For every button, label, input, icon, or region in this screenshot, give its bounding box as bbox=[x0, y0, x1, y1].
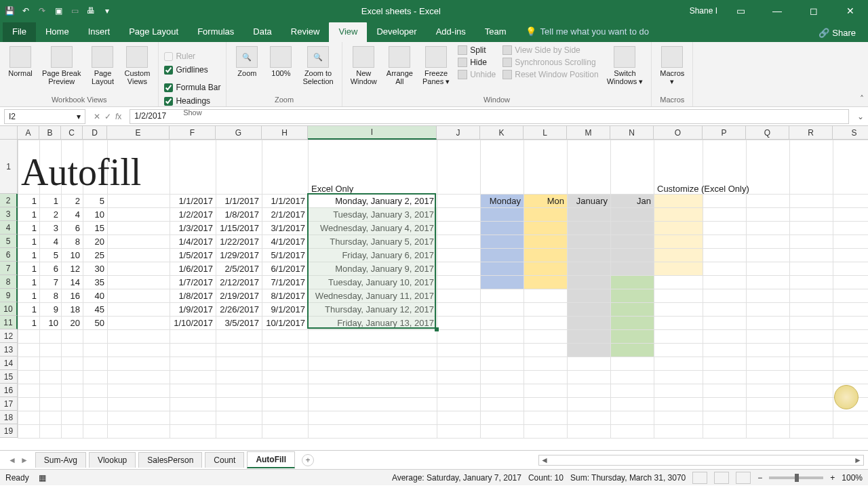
page-break-preview-button[interactable]: Page Break Preview bbox=[39, 45, 83, 87]
row-header-6[interactable]: 6 bbox=[0, 248, 18, 262]
row-header-16[interactable]: 16 bbox=[0, 384, 18, 397]
tell-me-search[interactable]: 💡 Tell me what you want to do bbox=[516, 22, 658, 42]
row-headers[interactable]: 12345678910111213141516171819 bbox=[0, 140, 18, 438]
tab-addins[interactable]: Add-ins bbox=[427, 22, 475, 42]
undo-icon[interactable]: ↶ bbox=[20, 5, 31, 16]
row-header-9[interactable]: 9 bbox=[0, 289, 18, 302]
touch-icon[interactable]: ▭ bbox=[69, 5, 80, 16]
pagelayout-view-status-button[interactable] bbox=[714, 472, 729, 484]
tab-team[interactable]: Team bbox=[475, 22, 516, 42]
row-header-2[interactable]: 2 bbox=[0, 194, 18, 207]
col-header-B[interactable]: B bbox=[39, 126, 61, 140]
row-header-18[interactable]: 18 bbox=[0, 411, 18, 424]
col-header-R[interactable]: R bbox=[789, 126, 833, 140]
col-header-Q[interactable]: Q bbox=[746, 126, 789, 140]
normal-view-status-button[interactable] bbox=[692, 472, 707, 484]
headings-checkbox[interactable]: Headings bbox=[164, 95, 210, 107]
share-button[interactable]: 🔗 Share bbox=[809, 24, 865, 42]
hide-button[interactable]: Hide bbox=[456, 57, 497, 68]
tab-developer[interactable]: Developer bbox=[367, 22, 426, 42]
arrange-all-button[interactable]: Arrange All bbox=[384, 45, 416, 87]
sheet-tab-count[interactable]: Count bbox=[205, 452, 244, 468]
tab-formulas[interactable]: Formulas bbox=[188, 22, 243, 42]
col-header-L[interactable]: L bbox=[524, 126, 567, 140]
col-header-A[interactable]: A bbox=[18, 126, 39, 140]
row-header-4[interactable]: 4 bbox=[0, 221, 18, 235]
expand-formula-bar-icon[interactable]: ⌄ bbox=[853, 112, 868, 121]
col-header-P[interactable]: P bbox=[703, 126, 746, 140]
zoom-100-button[interactable]: 100% bbox=[266, 45, 296, 79]
col-header-N[interactable]: N bbox=[610, 126, 654, 140]
column-headers[interactable]: ABCDEFGHIJKLMNOPQRS bbox=[18, 126, 868, 140]
formula-input[interactable]: 1/2/2017 bbox=[130, 109, 849, 124]
page-layout-button[interactable]: Page Layout bbox=[87, 45, 117, 87]
tab-insert[interactable]: Insert bbox=[79, 22, 120, 42]
gridlines-checkbox[interactable]: Gridlines bbox=[164, 64, 208, 76]
row-header-3[interactable]: 3 bbox=[0, 207, 18, 221]
print-icon[interactable]: 🖶 bbox=[85, 5, 96, 16]
row-header-12[interactable]: 12 bbox=[0, 329, 18, 343]
row-header-15[interactable]: 15 bbox=[0, 370, 18, 384]
spreadsheet-grid[interactable]: ABCDEFGHIJKLMNOPQRS 12345678910111213141… bbox=[0, 126, 868, 450]
minimize-icon[interactable]: — bbox=[764, 5, 791, 16]
row-header-7[interactable]: 7 bbox=[0, 262, 18, 275]
zoom-out-icon[interactable]: − bbox=[757, 473, 762, 483]
tab-file[interactable]: File bbox=[3, 22, 36, 42]
close-icon[interactable]: ✕ bbox=[837, 5, 864, 16]
row-header-14[interactable]: 14 bbox=[0, 357, 18, 370]
horizontal-scrollbar[interactable]: ◄ ► bbox=[538, 455, 864, 466]
switch-windows-button[interactable]: Switch Windows ▾ bbox=[604, 45, 646, 87]
row-header-13[interactable]: 13 bbox=[0, 343, 18, 357]
user-name[interactable]: Shane I bbox=[690, 6, 717, 16]
custom-views-button[interactable]: Custom Views bbox=[121, 45, 153, 87]
save-icon[interactable]: 💾 bbox=[4, 5, 15, 16]
col-header-K[interactable]: K bbox=[480, 126, 524, 140]
row-header-8[interactable]: 8 bbox=[0, 275, 18, 289]
row-header-10[interactable]: 10 bbox=[0, 302, 18, 316]
macros-button[interactable]: Macros ▾ bbox=[657, 45, 687, 87]
camera-icon[interactable]: ▣ bbox=[53, 5, 64, 16]
col-header-E[interactable]: E bbox=[107, 126, 170, 140]
col-header-I[interactable]: I bbox=[308, 126, 437, 140]
col-header-G[interactable]: G bbox=[216, 126, 262, 140]
formula-bar-checkbox[interactable]: Formula Bar bbox=[164, 81, 220, 94]
split-button[interactable]: Split bbox=[456, 45, 497, 56]
scroll-right-icon[interactable]: ► bbox=[852, 455, 863, 465]
tab-home[interactable]: Home bbox=[36, 22, 79, 42]
row-header-17[interactable]: 17 bbox=[0, 397, 18, 411]
fx-icon[interactable]: fx bbox=[115, 112, 121, 121]
cancel-icon[interactable]: ✕ bbox=[94, 112, 100, 121]
normal-view-button[interactable]: Normal bbox=[5, 45, 35, 79]
zoom-to-selection-button[interactable]: 🔍Zoom to Selection bbox=[300, 45, 336, 87]
zoom-slider[interactable] bbox=[769, 476, 823, 479]
redo-icon[interactable]: ↷ bbox=[37, 5, 47, 16]
col-header-S[interactable]: S bbox=[833, 126, 868, 140]
zoom-in-icon[interactable]: + bbox=[830, 473, 835, 483]
row-header-1[interactable]: 1 bbox=[0, 140, 18, 194]
maximize-icon[interactable]: ◻ bbox=[800, 5, 827, 16]
fill-handle[interactable] bbox=[435, 327, 439, 331]
sheet-tab-autofill[interactable]: AutoFill bbox=[247, 451, 295, 468]
enter-icon[interactable]: ✓ bbox=[104, 112, 111, 121]
zoom-button[interactable]: 🔍Zoom bbox=[232, 45, 262, 79]
col-header-M[interactable]: M bbox=[567, 126, 610, 140]
tab-pagelayout[interactable]: Page Layout bbox=[119, 22, 188, 42]
col-header-J[interactable]: J bbox=[437, 126, 480, 140]
collapse-ribbon-icon[interactable]: ˄ bbox=[860, 94, 864, 104]
row-header-19[interactable]: 19 bbox=[0, 424, 18, 438]
tab-data[interactable]: Data bbox=[243, 22, 281, 42]
col-header-O[interactable]: O bbox=[654, 126, 703, 140]
sheet-next-icon[interactable]: ► bbox=[20, 455, 28, 465]
new-sheet-button[interactable]: + bbox=[302, 454, 314, 466]
brainstorm-icon[interactable] bbox=[834, 385, 859, 409]
name-box[interactable]: I2▾ bbox=[4, 109, 85, 124]
namebox-dropdown-icon[interactable]: ▾ bbox=[77, 112, 81, 121]
zoom-level[interactable]: 100% bbox=[842, 473, 863, 483]
row-header-11[interactable]: 11 bbox=[0, 316, 18, 329]
col-header-H[interactable]: H bbox=[262, 126, 308, 140]
sheet-tab-salesperson[interactable]: SalesPerson bbox=[138, 452, 202, 468]
row-header-5[interactable]: 5 bbox=[0, 235, 18, 248]
scroll-left-icon[interactable]: ◄ bbox=[539, 455, 550, 465]
tab-view[interactable]: View bbox=[329, 22, 367, 42]
col-header-C[interactable]: C bbox=[61, 126, 83, 140]
